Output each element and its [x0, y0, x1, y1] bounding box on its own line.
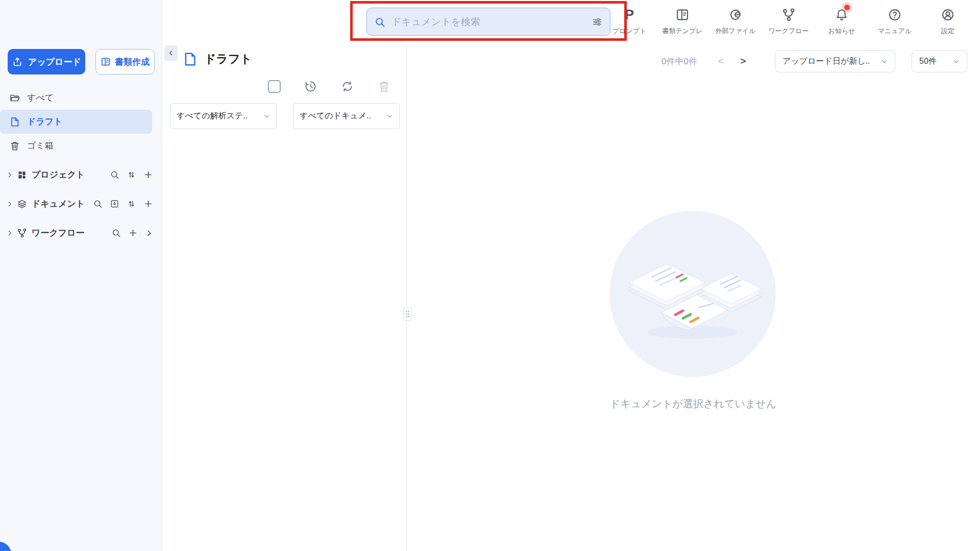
document-list-panel: ドラフト すべての解析ステ.. すべてのドキュメ..: [162, 44, 407, 551]
account-circle-icon: [941, 8, 955, 22]
sidebar-section-label: プロジェクト: [32, 169, 85, 181]
panel-filters: すべての解析ステ.. すべてのドキュメ..: [170, 103, 400, 129]
nav-item-workflows[interactable]: ワークフロー: [768, 6, 810, 36]
plus-icon[interactable]: [128, 228, 138, 238]
sort-order-dropdown[interactable]: アップロード日が新し..: [775, 50, 895, 72]
search-icon[interactable]: [93, 199, 103, 209]
sidebar-section-documents[interactable]: ドキュメント: [0, 189, 162, 218]
panel-title: ドラフト: [204, 51, 252, 67]
sidebar-item-label: ゴミ箱: [27, 140, 54, 152]
trash-icon[interactable]: [377, 80, 391, 93]
sidebar-library-list: すべて ドラフト ゴミ箱: [0, 86, 162, 158]
sidebar-item-label: ドラフト: [27, 116, 63, 128]
section-actions: [93, 199, 153, 209]
grid-icon: [17, 170, 27, 180]
section-actions: [111, 228, 153, 238]
file-icon: [9, 116, 20, 128]
select-all-checkbox[interactable]: [268, 80, 281, 93]
chevron-down-icon: [953, 58, 960, 65]
nav-label: 書類テンプレ: [662, 27, 702, 36]
nav-label: ワークフロー: [768, 27, 808, 36]
refresh-icon[interactable]: [340, 80, 354, 93]
panel-resize-handle[interactable]: [403, 307, 412, 321]
chevron-left-icon: [167, 49, 175, 57]
create-document-icon: [101, 57, 111, 67]
upload-button-label: アップロード: [28, 56, 81, 68]
nav-item-notifications[interactable]: お知らせ: [821, 6, 863, 36]
archive-import-icon[interactable]: [110, 199, 119, 209]
nav-label: 外部ファイル: [715, 27, 755, 36]
next-page-button[interactable]: >: [734, 56, 752, 67]
upload-icon: [12, 56, 23, 67]
nav-label: お知らせ: [828, 27, 855, 36]
document-type-filter-dropdown[interactable]: すべてのドキュメ..: [293, 103, 400, 129]
workflow-branch-icon: [17, 228, 27, 238]
sidebar-section-projects[interactable]: プロジェクト: [0, 160, 162, 189]
content-header: 0件中0件 < > アップロード日が新し.. 50件: [662, 50, 967, 72]
chevron-right-icon: [6, 230, 13, 237]
chevron-right-icon: [6, 201, 13, 208]
nav-label: 設定: [941, 27, 954, 36]
trash-icon: [9, 140, 20, 152]
top-navigation: P プロンプト 書類テンプレ: [608, 6, 969, 36]
create-document-button[interactable]: 書類作成: [95, 49, 155, 74]
chevron-right-icon[interactable]: [145, 229, 153, 237]
sort-icon[interactable]: [127, 170, 136, 180]
prompt-p-icon: P: [625, 8, 634, 22]
sidebar-item-draft[interactable]: ドラフト: [0, 110, 152, 134]
search-icon: [374, 16, 385, 28]
nav-item-manual[interactable]: マニュアル: [874, 6, 916, 36]
sort-icon[interactable]: [127, 199, 136, 209]
sidebar-section-workflows[interactable]: ワークフロー: [0, 218, 162, 247]
sort-order-label: アップロード日が新し..: [782, 56, 870, 67]
plus-icon[interactable]: [143, 199, 153, 209]
create-document-button-label: 書類作成: [115, 56, 150, 68]
nav-item-settings[interactable]: 設定: [927, 6, 969, 36]
sidebar-section-label: ドキュメント: [32, 198, 85, 210]
topbar: P プロンプト 書類テンプレ: [162, 0, 980, 44]
section-actions: [110, 170, 153, 180]
drag-grip-icon: [405, 310, 410, 318]
filter-sliders-icon[interactable]: [592, 16, 603, 28]
upload-button[interactable]: アップロード: [8, 49, 85, 74]
paperclip-icon: [728, 8, 743, 22]
sidebar-action-buttons: アップロード 書類作成: [8, 49, 155, 74]
nav-item-prompt[interactable]: P プロンプト: [608, 6, 650, 36]
chevron-down-icon: [881, 58, 888, 65]
plus-icon[interactable]: [143, 170, 153, 180]
folder-open-icon: [9, 92, 20, 104]
nav-item-document-templates[interactable]: 書類テンプレ: [662, 6, 703, 36]
page-size-label: 50件: [919, 56, 937, 67]
document-search-box[interactable]: [366, 8, 610, 36]
notification-badge: [844, 5, 850, 10]
sidebar-item-label: すべて: [27, 92, 54, 104]
app: アップロード 書類作成 すべて: [0, 0, 980, 551]
sidebar: アップロード 書類作成 すべて: [0, 0, 162, 551]
result-count: 0件中0件: [662, 56, 697, 67]
nav-item-external-files[interactable]: 外部ファイル: [715, 6, 756, 36]
history-icon[interactable]: [304, 80, 317, 93]
prev-page-button[interactable]: <: [712, 56, 730, 67]
analysis-status-filter-dropdown[interactable]: すべての解析ステ..: [170, 103, 277, 129]
search-icon[interactable]: [111, 228, 121, 238]
panel-title-row: ドラフト: [182, 51, 252, 67]
file-icon: [182, 52, 198, 67]
nav-label: プロンプト: [612, 27, 647, 36]
page-size-dropdown[interactable]: 50件: [912, 50, 967, 72]
chevron-right-icon: [6, 171, 13, 179]
nav-label: マニュアル: [878, 27, 912, 36]
help-circle-icon: [888, 8, 902, 22]
documents-stack-illustration: [616, 230, 769, 358]
panel-toolbar: [162, 77, 406, 96]
search-input[interactable]: [390, 16, 586, 28]
sidebar-item-all[interactable]: すべて: [0, 86, 162, 110]
filter-label: すべてのドキュメ..: [300, 111, 371, 121]
empty-state-illustration: [609, 211, 776, 377]
workflow-branch-icon: [781, 8, 796, 22]
chevron-down-icon: [386, 113, 393, 119]
collapse-panel-button[interactable]: [164, 45, 178, 61]
sidebar-item-trash[interactable]: ゴミ箱: [0, 134, 162, 158]
sidebar-section-label: ワークフロー: [32, 227, 85, 239]
chevron-down-icon: [263, 113, 270, 119]
search-icon[interactable]: [110, 170, 119, 180]
